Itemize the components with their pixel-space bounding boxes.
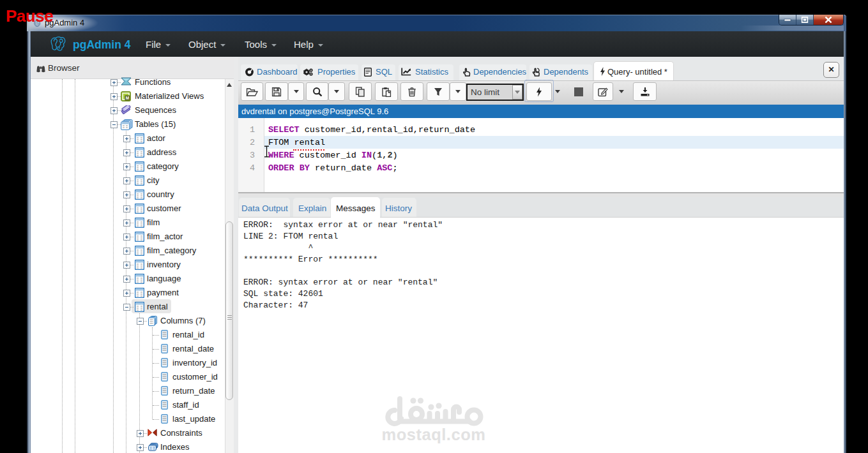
svg-text:M: M — [126, 96, 129, 100]
